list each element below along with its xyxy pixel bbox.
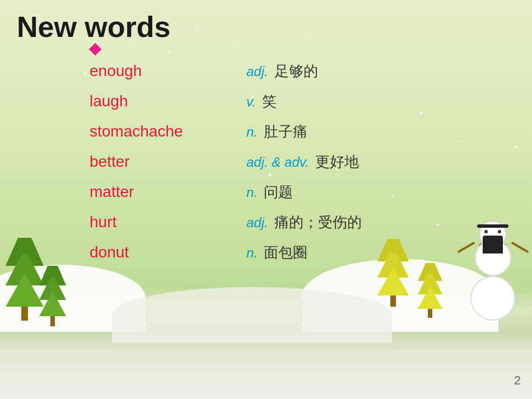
slide-container: New words enough adj. 足够的 laugh v. 笑 sto… (0, 0, 532, 399)
tree-right-2 (418, 263, 442, 318)
word-meaning-6: 面包圈 (264, 244, 307, 261)
word-definition-5: adj. 痛的；受伤的 (246, 213, 482, 232)
snow-particle (515, 145, 517, 148)
snow-hill-center (112, 287, 392, 343)
word-english-6: donut (90, 243, 246, 261)
word-definition-4: n. 问题 (246, 182, 482, 202)
tree-top-layer-3 (39, 291, 66, 316)
word-pos-2: n. (246, 124, 258, 139)
word-row-better: better adj. & adv. 更好地 (90, 152, 482, 177)
word-meaning-1: 笑 (262, 93, 277, 110)
tree-right-1 (377, 239, 409, 307)
snowman-eyes (484, 230, 501, 233)
word-english-0: enough (90, 62, 246, 80)
tree-trunk (390, 295, 396, 307)
word-pos-0: adj. (246, 64, 268, 79)
word-meaning-4: 问题 (264, 184, 293, 200)
page-title: New words (17, 10, 171, 44)
tree-top-layer-3 (418, 287, 442, 309)
snowman-eye-left (484, 230, 488, 233)
word-row-enough: enough adj. 足够的 (90, 62, 482, 86)
snow-particle (196, 28, 198, 30)
word-definition-6: n. 面包圈 (246, 243, 482, 262)
word-english-2: stomachache (90, 123, 246, 140)
word-english-5: hurt (90, 213, 246, 231)
tree-left-small (39, 266, 66, 326)
tree-top-layer-3 (6, 273, 44, 307)
word-meaning-0: 足够的 (274, 63, 318, 79)
word-english-4: matter (90, 183, 246, 201)
word-english-1: laugh (90, 92, 246, 110)
tree-trunk (50, 316, 55, 326)
snowman (470, 236, 515, 321)
snowman-hat-top (483, 236, 503, 254)
snowman-body-bottom (470, 276, 515, 321)
diamond-bullet (89, 43, 102, 56)
word-meaning-3: 更好地 (315, 153, 359, 170)
word-row-laugh: laugh v. 笑 (90, 92, 482, 116)
word-definition-2: n. 肚子痛 (246, 122, 482, 142)
word-definition-3: adj. & adv. 更好地 (246, 152, 482, 172)
word-meaning-2: 肚子痛 (264, 123, 307, 140)
snow-particle (235, 45, 237, 46)
tree-top-layer-3 (377, 267, 409, 295)
words-list: enough adj. 足够的 laugh v. 笑 stomachache n… (90, 62, 482, 273)
snowman-hat-brim (477, 224, 508, 228)
tree-left-large (6, 238, 44, 321)
tree-trunk (428, 309, 432, 318)
word-pos-6: n. (246, 245, 258, 260)
page-number: 2 (514, 373, 521, 388)
word-definition-1: v. 笑 (246, 92, 482, 111)
word-english-3: better (90, 153, 246, 171)
word-meaning-5: 痛的；受伤的 (274, 214, 362, 231)
word-pos-3: adj. & adv. (246, 154, 309, 170)
word-pos-1: v. (246, 94, 256, 109)
word-row-stomachache: stomachache n. 肚子痛 (90, 122, 482, 147)
word-pos-5: adj. (246, 215, 268, 230)
word-definition-0: adj. 足够的 (246, 62, 482, 81)
word-pos-4: n. (246, 185, 258, 200)
snowman-arm-right (511, 242, 529, 254)
word-row-hurt: hurt adj. 痛的；受伤的 (90, 213, 482, 237)
tree-trunk (21, 307, 28, 321)
word-row-matter: matter n. 问题 (90, 182, 482, 207)
snow-particle (168, 50, 170, 53)
snowman-eye-right (498, 230, 501, 233)
snow-particle (308, 34, 310, 35)
snow-particle (84, 73, 86, 75)
